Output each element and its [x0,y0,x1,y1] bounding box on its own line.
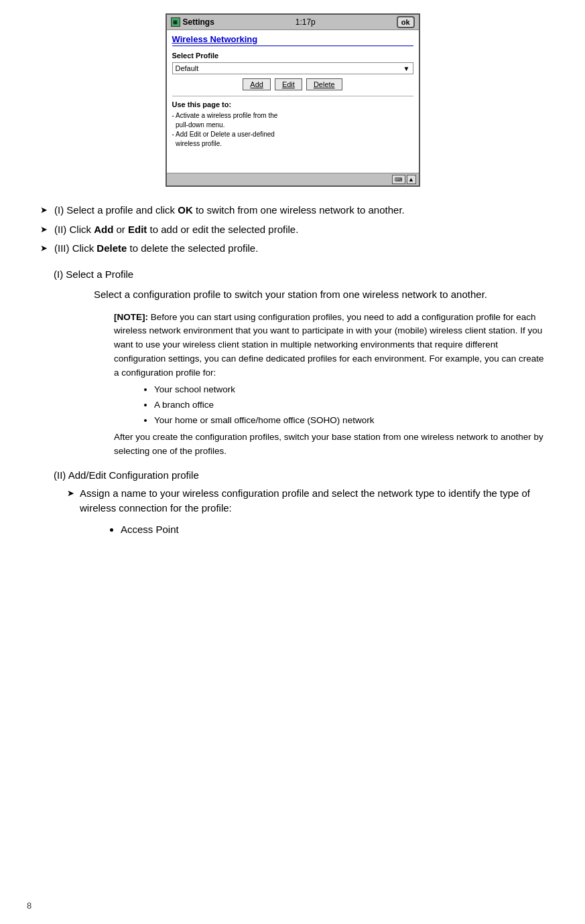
edit-button[interactable]: Edit [275,78,302,90]
screenshot-container: ⊞ Settings 1:17p ok Wireless Networking … [27,13,558,187]
chevron-icon-2: ➤ [40,223,48,236]
action-buttons: Add Edit Delete [172,78,413,90]
tip-text: - Activate a wireless profile from the p… [172,111,413,149]
profile-dropdown[interactable]: Default ▼ [172,62,413,74]
delete-button[interactable]: Delete [306,78,342,90]
sub-bullet-1: Your school network [154,383,545,397]
chevron-icon-1: ➤ [40,204,48,217]
tip-line-1: - Activate a wireless profile from the [172,111,413,121]
section1-body-text: Select a configuration profile to switch… [94,289,487,300]
section1-body: Select a configuration profile to switch… [94,287,545,303]
section1-heading-text: (I) Select a Profile [54,268,133,280]
chevron-icon-s2: ➤ [67,487,74,500]
scroll-up-button[interactable]: ▲ [407,175,416,184]
ok-button[interactable]: ok [397,16,415,28]
bullet-item-1: ➤ (I) Select a profile and click OK to s… [40,203,545,218]
section2-bullet-list: ➤ Assign a name to your wireless configu… [67,486,545,516]
note-block: [NOTE]: Before you can start using confi… [114,311,545,459]
screen-footer: ⌨ ▲ [167,173,419,185]
settings-icon: ⊞ [171,17,180,27]
time-display: 1:17p [296,17,316,27]
app-title: Settings [183,17,214,27]
bullet-item-3: ➤ (III) Click Delete to delete the selec… [40,241,545,256]
bullet-item-2: ➤ (II) Click Add or Edit to add or edit … [40,222,545,238]
device-screen: ⊞ Settings 1:17p ok Wireless Networking … [166,13,420,187]
section1-after-text: After you create the configuration profi… [114,432,543,456]
note-text: Before you can start using configuration… [114,312,544,378]
bullet-1-text: (I) Select a profile and click OK to swi… [54,203,405,218]
bullet-2-text: (II) Click Add or Edit to add or edit th… [54,222,298,238]
note-label: [NOTE]: [114,312,148,322]
screen-content: Wireless Networking Select Profile Defau… [167,30,419,153]
select-profile-label: Select Profile [172,52,413,60]
section2-heading: (II) Add/Edit Configuration profile [54,469,545,481]
title-bar-left: ⊞ Settings [171,17,214,27]
section2-intro-text: Assign a name to your wireless configura… [80,486,545,516]
add-button[interactable]: Add [243,78,271,90]
section2-nested-bullets: Access Point [121,522,545,538]
tip-line-2: pull-down menu. [172,121,413,130]
access-point-item: Access Point [121,522,545,538]
divider [172,96,413,96]
title-bar: ⊞ Settings 1:17p ok [167,15,419,30]
page-number: 8 [27,901,31,911]
tip-line-4: wireless profile. [172,139,413,149]
keyboard-icon[interactable]: ⌨ [392,175,405,184]
note-sub-bullets: Your school network A branch office Your… [154,383,545,428]
chevron-icon-3: ➤ [40,242,48,255]
section2-bullet-1: ➤ Assign a name to your wireless configu… [67,486,545,516]
intro-bullet-list: ➤ (I) Select a profile and click OK to s… [40,203,545,256]
sub-bullet-2: A branch office [154,398,545,412]
screen-title: Wireless Networking [172,34,413,46]
dropdown-value: Default [176,64,199,72]
tip-line-3: - Add Edit or Delete a user-defined [172,130,413,139]
section2-heading-text: (II) Add/Edit Configuration profile [54,469,199,481]
section1-heading: (I) Select a Profile [54,268,545,280]
sub-bullet-3: Your home or small office/home office (S… [154,414,545,428]
bullet-3-text: (III) Click Delete to delete the selecte… [54,241,258,256]
doc-content: ➤ (I) Select a profile and click OK to s… [27,203,558,538]
dropdown-arrow-icon: ▼ [403,65,410,72]
use-this-label: Use this page to: [172,100,413,108]
